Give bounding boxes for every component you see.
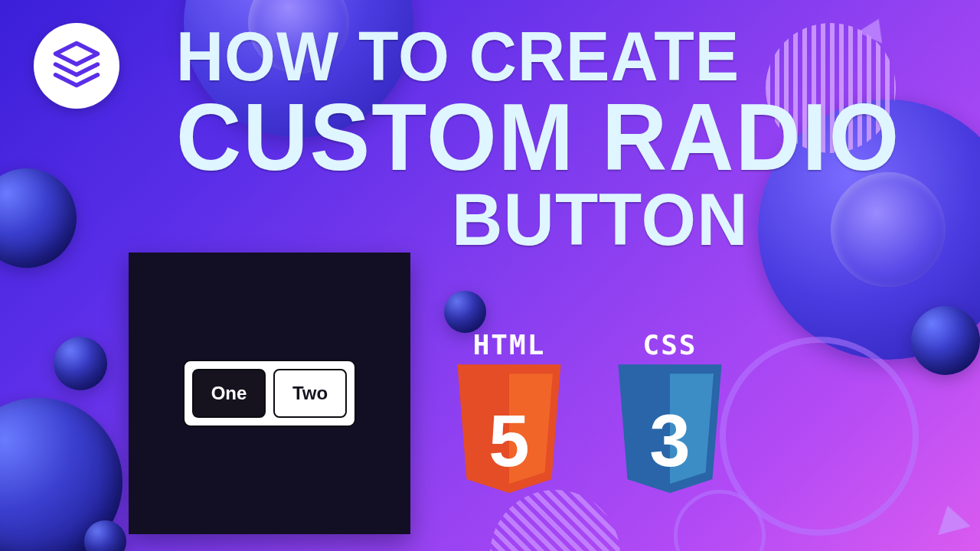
- headline-block: HOW TO CREATE CUSTOM RADIO BUTTON: [176, 23, 949, 254]
- tech-badges: HTML 5 CSS 3: [452, 329, 727, 497]
- logo-badge: [34, 23, 119, 109]
- deco-sphere: [84, 520, 126, 551]
- deco-sphere: [0, 168, 77, 268]
- css-label: CSS: [642, 329, 697, 360]
- deco-triangle: [931, 501, 970, 535]
- html5-shield-icon: 5: [452, 364, 567, 497]
- demo-card: One Two: [129, 253, 410, 534]
- svg-marker-0: [56, 44, 98, 65]
- headline-line-1: HOW TO CREATE: [176, 21, 949, 90]
- stack-layers-icon: [51, 39, 102, 93]
- css3-shield-icon: 3: [612, 364, 727, 497]
- html5-badge: HTML 5: [452, 329, 567, 497]
- radio-option-one[interactable]: One: [192, 369, 266, 418]
- css-version: 3: [612, 399, 727, 483]
- css3-badge: CSS 3: [612, 329, 727, 497]
- radio-option-two[interactable]: Two: [273, 369, 347, 418]
- deco-sphere: [444, 291, 486, 333]
- headline-line-2: CUSTOM RADIO: [176, 90, 949, 184]
- deco-sphere: [54, 337, 107, 390]
- deco-striped-circle: [490, 490, 620, 551]
- radio-group: One Two: [183, 360, 356, 427]
- headline-line-3: BUTTON: [452, 182, 949, 256]
- html-label: HTML: [473, 329, 546, 360]
- deco-sphere: [911, 306, 980, 375]
- html-version: 5: [452, 399, 567, 483]
